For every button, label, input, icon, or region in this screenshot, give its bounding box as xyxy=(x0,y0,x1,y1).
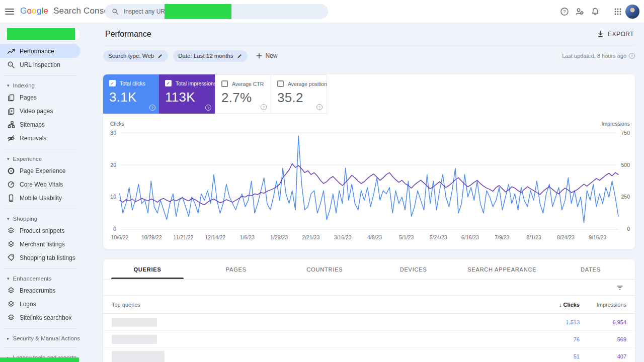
sidebar-section-experience[interactable]: ▾ Experience xyxy=(0,154,83,164)
total-impressions-value: 113K xyxy=(165,89,209,105)
sidebar-section-enhancements[interactable]: ▾ Enhancements xyxy=(0,274,83,284)
chevron-down-icon: ▾ xyxy=(7,276,10,281)
average-position-card[interactable]: Average position 35.2 ? xyxy=(271,74,327,114)
sidebar-divider xyxy=(4,75,76,76)
eye-off-icon xyxy=(7,134,15,142)
total-impressions-card[interactable]: Total impressions 113K ? xyxy=(159,74,215,114)
search-icon xyxy=(112,8,119,15)
notifications-bell-icon[interactable] xyxy=(591,7,600,16)
tab-devices[interactable]: DEVICES xyxy=(369,259,458,279)
sidebar-item-sitelinks-searchbox[interactable]: Sitelinks searchbox xyxy=(0,311,83,324)
chevron-right-icon: ▸ xyxy=(7,336,10,341)
svg-text:1/6/23: 1/6/23 xyxy=(240,235,255,240)
layers-icon xyxy=(7,287,15,295)
sidebar-item-pages[interactable]: Pages xyxy=(0,90,83,104)
sidebar-item-core-web-vitals[interactable]: Core Web Vitals xyxy=(0,177,83,191)
svg-text:Clicks: Clicks xyxy=(110,121,124,127)
performance-trend-icon xyxy=(7,47,15,55)
magnifier-icon xyxy=(7,61,15,69)
sidebar-item-product-snippets[interactable]: Product snippets xyxy=(0,224,83,237)
average-ctr-card[interactable]: Average CTR 2.7% ? xyxy=(215,74,271,114)
clicks-value: 76 xyxy=(519,336,580,342)
filter-bar: Search type: Web Date: Last 12 months Ne… xyxy=(103,45,635,66)
sort-descending-icon: ↓ xyxy=(559,302,562,308)
table-row[interactable]: 1,513 6,954 xyxy=(103,314,635,331)
svg-text:30: 30 xyxy=(110,130,116,136)
svg-text:6/16/23: 6/16/23 xyxy=(461,235,479,240)
sidebar-divider xyxy=(4,209,76,209)
svg-text:8/1/23: 8/1/23 xyxy=(527,235,541,240)
property-selector[interactable] xyxy=(4,27,80,42)
url-inspection-search-input[interactable]: Inspect any URL in xyxy=(105,4,328,19)
help-icon[interactable]: ? xyxy=(560,7,569,16)
tab-pages[interactable]: PAGES xyxy=(192,259,280,279)
help-circle-icon[interactable]: ? xyxy=(629,53,635,59)
chevron-down-icon: ▾ xyxy=(7,83,10,88)
sidebar-section-indexing[interactable]: ▾ Indexing xyxy=(0,80,83,90)
search-type-chip[interactable]: Search type: Web xyxy=(103,50,168,62)
performance-chart[interactable]: 00102502050030750ClicksImpressions10/6/2… xyxy=(103,120,635,243)
date-range-chip[interactable]: Date: Last 12 months xyxy=(173,50,247,62)
svg-text:9/16/23: 9/16/23 xyxy=(589,235,606,240)
svg-text:5/24/23: 5/24/23 xyxy=(430,235,447,240)
app-logo[interactable]: Google Search Console xyxy=(20,6,116,16)
sidebar-divider xyxy=(4,347,76,348)
sidebar-item-logos[interactable]: Logos xyxy=(0,297,83,311)
impressions-value: 569 xyxy=(580,336,635,342)
table-filter-row xyxy=(103,280,635,296)
svg-text:?: ? xyxy=(563,9,566,14)
apps-grid-icon[interactable] xyxy=(613,7,622,16)
tab-countries[interactable]: COUNTRIES xyxy=(280,259,369,279)
checkbox-icon xyxy=(165,80,172,86)
mobile-phone-icon xyxy=(7,194,15,202)
table-row[interactable]: 51 407 xyxy=(103,348,635,362)
svg-text:12/14/22: 12/14/22 xyxy=(205,235,226,240)
sidebar-item-performance[interactable]: Performance xyxy=(0,44,80,58)
redacted-query-text xyxy=(112,351,165,362)
redaction-property-name xyxy=(7,28,75,40)
help-circle-icon[interactable]: ? xyxy=(316,104,323,110)
filter-icon[interactable] xyxy=(616,284,624,292)
metric-cards: Total clicks 3.1K ? Total impressions 11… xyxy=(103,74,635,114)
sidebar-item-url-inspection[interactable]: URL inspection xyxy=(0,58,83,71)
sidebar-item-shopping-tab-listings[interactable]: Shopping tab listings xyxy=(0,251,83,264)
column-header-impressions[interactable]: Impressions xyxy=(580,302,635,308)
tab-queries[interactable]: QUERIES xyxy=(103,259,192,279)
svg-text:10/29/22: 10/29/22 xyxy=(141,235,162,240)
column-header-clicks[interactable]: ↓Clicks xyxy=(519,302,580,308)
sidebar-item-breadcrumbs[interactable]: Breadcrumbs xyxy=(0,284,83,297)
total-clicks-card[interactable]: Total clicks 3.1K ? xyxy=(103,74,159,114)
page-experience-icon xyxy=(7,167,15,175)
help-circle-icon[interactable]: ? xyxy=(149,105,155,111)
svg-text:0: 0 xyxy=(627,226,630,232)
sidebar-item-page-experience[interactable]: Page Experience xyxy=(0,164,83,177)
export-button[interactable]: EXPORT xyxy=(597,30,635,38)
new-filter-button[interactable]: New xyxy=(256,52,278,59)
help-circle-icon[interactable]: ? xyxy=(205,105,211,111)
checkbox-icon xyxy=(277,80,284,87)
tab-dates[interactable]: DATES xyxy=(546,259,635,279)
sidebar-section-security-manual-actions[interactable]: ▸ Security & Manual Actions xyxy=(0,333,83,343)
column-header-top-queries[interactable]: Top queries xyxy=(103,302,519,308)
sidebar-item-removals[interactable]: Removals xyxy=(0,131,83,145)
tab-search-appearance[interactable]: SEARCH APPEARANCE xyxy=(458,259,546,279)
svg-text:Impressions: Impressions xyxy=(601,121,630,127)
tag-icon xyxy=(7,254,15,262)
sidebar-divider xyxy=(4,268,76,269)
hamburger-menu-icon[interactable] xyxy=(5,7,14,16)
checkbox-icon xyxy=(109,80,116,86)
table-row[interactable]: 76 569 xyxy=(103,331,635,348)
user-settings-icon[interactable] xyxy=(575,7,584,16)
top-app-bar: Google Search Console Inspect any URL in… xyxy=(0,0,644,23)
svg-text:3/16/23: 3/16/23 xyxy=(334,235,352,240)
user-avatar[interactable] xyxy=(625,5,639,19)
sidebar-item-merchant-listings[interactable]: Merchant listings xyxy=(0,237,83,251)
help-circle-icon[interactable]: ? xyxy=(261,104,267,110)
sidebar-item-sitemaps[interactable]: Sitemaps xyxy=(0,118,83,131)
svg-text:7/9/23: 7/9/23 xyxy=(495,235,509,240)
sidebar-section-shopping[interactable]: ▾ Shopping xyxy=(0,214,83,224)
sidebar-item-video-pages[interactable]: Video pages xyxy=(0,104,83,118)
redaction-search-property xyxy=(165,4,231,19)
layers-icon xyxy=(7,240,15,248)
sidebar-item-mobile-usability[interactable]: Mobile Usability xyxy=(0,191,83,205)
